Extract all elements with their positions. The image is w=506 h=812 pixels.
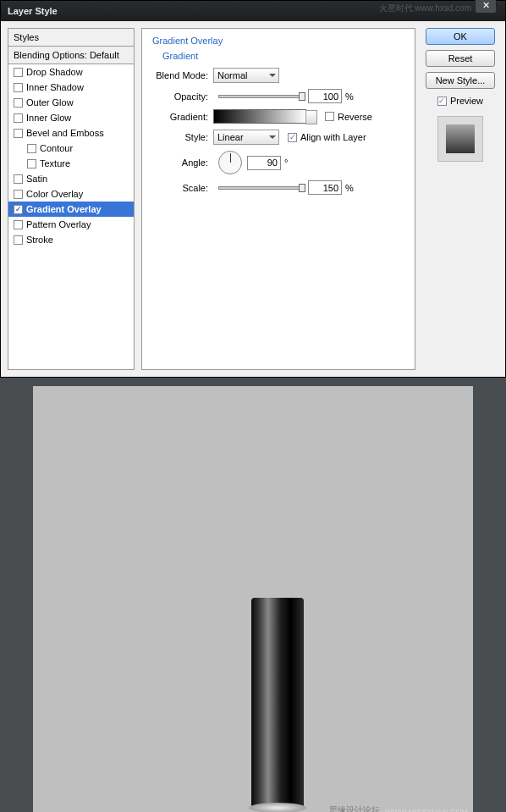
checkbox-icon[interactable] — [14, 235, 23, 245]
opacity-unit: % — [345, 91, 354, 102]
ok-button[interactable]: OK — [426, 28, 495, 45]
styles-panel: Styles Blending Options: Default Drop Sh… — [8, 28, 135, 370]
style-inner-glow[interactable]: Inner Glow — [8, 110, 134, 125]
preview-checkbox[interactable] — [437, 97, 447, 106]
angle-hand-icon — [230, 153, 231, 163]
document-canvas[interactable]: 思缘设计论坛 WWW.MISSYUAN.COM — [33, 386, 473, 812]
preview-toggle[interactable]: Preview — [437, 96, 483, 106]
blend-mode-select[interactable]: Normal — [213, 68, 279, 83]
blend-mode-value: Normal — [217, 70, 247, 80]
style-label: Satin — [26, 174, 47, 184]
style-label: Gradient Overlay — [26, 204, 102, 214]
checkbox-icon[interactable] — [14, 174, 23, 184]
row-style: Style: Linear Align with Layer — [152, 130, 404, 145]
style-gradient-overlay[interactable]: Gradient Overlay — [8, 202, 134, 217]
checkbox-icon[interactable] — [27, 144, 36, 153]
style-bevel-emboss[interactable]: Bevel and Emboss — [8, 125, 134, 141]
row-gradient: Gradient: Reverse — [152, 109, 404, 124]
checkbox-icon[interactable] — [14, 98, 23, 108]
row-angle: Angle: ° — [152, 151, 404, 174]
checkbox-icon[interactable] — [14, 205, 23, 214]
style-drop-shadow[interactable]: Drop Shadow — [8, 64, 134, 80]
checkbox-icon[interactable] — [14, 68, 23, 77]
checkbox-icon[interactable] — [14, 129, 23, 138]
angle-label: Angle: — [152, 157, 213, 168]
window-title: Layer Style — [8, 6, 58, 16]
style-label: Style: — [152, 132, 213, 142]
new-style-button[interactable]: New Style... — [426, 72, 495, 89]
canvas-watermark-cn: 思缘设计论坛 — [329, 804, 380, 812]
align-checkbox[interactable] — [288, 133, 297, 142]
slider-thumb[interactable] — [299, 184, 305, 192]
style-label: Color Overlay — [26, 189, 83, 199]
opacity-label: Opacity: — [152, 91, 213, 102]
style-label: Drop Shadow — [26, 67, 83, 77]
canvas-watermark-url: WWW.MISSYUAN.COM — [385, 808, 468, 812]
cylinder-shape — [251, 598, 304, 806]
close-button[interactable]: ✕ — [475, 0, 497, 14]
row-scale: Scale: % — [152, 180, 404, 195]
style-inner-shadow[interactable]: Inner Shadow — [8, 80, 134, 95]
reverse-checkbox[interactable] — [325, 112, 334, 121]
opacity-slider[interactable] — [218, 95, 303, 98]
scale-label: Scale: — [152, 183, 213, 193]
checkbox-icon[interactable] — [14, 190, 23, 199]
canvas-area: 思缘设计论坛 WWW.MISSYUAN.COM — [0, 378, 506, 812]
style-label: Pattern Overlay — [26, 219, 91, 229]
preview-gradient-icon — [446, 124, 475, 153]
checkbox-icon[interactable] — [14, 83, 23, 92]
scale-input[interactable] — [308, 180, 342, 195]
checkbox-icon[interactable] — [14, 113, 23, 123]
angle-dial[interactable] — [218, 151, 242, 174]
blend-mode-label: Blend Mode: — [152, 70, 213, 80]
preview-label: Preview — [450, 96, 483, 106]
style-value: Linear — [217, 132, 244, 142]
gradient-swatch[interactable] — [213, 109, 306, 124]
style-outer-glow[interactable]: Outer Glow — [8, 95, 134, 110]
reverse-label: Reverse — [338, 112, 372, 122]
scale-slider[interactable] — [218, 186, 303, 190]
titlebar: Layer Style 火星时代 www.hxsd.com ✕ — [1, 1, 505, 21]
angle-unit: ° — [284, 157, 288, 168]
style-pattern-overlay[interactable]: Pattern Overlay — [8, 217, 134, 232]
style-stroke[interactable]: Stroke — [8, 232, 134, 247]
style-label: Inner Shadow — [26, 82, 84, 92]
style-label: Contour — [40, 143, 73, 153]
align-label: Align with Layer — [300, 132, 366, 142]
close-icon: ✕ — [482, 0, 490, 10]
style-select[interactable]: Linear — [213, 130, 279, 145]
checkbox-icon[interactable] — [14, 220, 23, 229]
layer-style-dialog: Layer Style 火星时代 www.hxsd.com ✕ Styles B… — [0, 0, 506, 378]
reset-button[interactable]: Reset — [426, 50, 495, 67]
style-label: Stroke — [26, 235, 53, 245]
style-texture[interactable]: Texture — [8, 156, 134, 171]
style-label: Bevel and Emboss — [26, 128, 104, 138]
subsection-title: Gradient — [162, 51, 404, 61]
gradient-label: Gradient: — [152, 112, 213, 122]
style-label: Texture — [40, 158, 70, 168]
watermark-top: 火星时代 www.hxsd.com — [379, 3, 471, 14]
slider-thumb[interactable] — [299, 92, 305, 101]
style-satin[interactable]: Satin — [8, 171, 134, 186]
angle-input[interactable] — [247, 156, 281, 170]
style-label: Outer Glow — [26, 97, 74, 108]
blending-options-header[interactable]: Blending Options: Default — [8, 47, 134, 64]
preview-swatch — [437, 116, 483, 162]
styles-list: Drop Shadow Inner Shadow Outer Glow Inne… — [8, 64, 134, 369]
style-color-overlay[interactable]: Color Overlay — [8, 186, 134, 202]
style-label: Inner Glow — [26, 113, 71, 123]
style-contour[interactable]: Contour — [8, 141, 134, 156]
section-title: Gradient Overlay — [152, 36, 404, 46]
dialog-body: Styles Blending Options: Default Drop Sh… — [1, 21, 505, 377]
checkbox-icon[interactable] — [27, 159, 36, 168]
styles-header[interactable]: Styles — [8, 29, 134, 47]
row-blend-mode: Blend Mode: Normal — [152, 68, 404, 83]
chevron-down-icon[interactable] — [311, 114, 317, 121]
scale-unit: % — [345, 183, 354, 193]
right-panel: OK Reset New Style... Preview — [422, 28, 498, 370]
opacity-input[interactable] — [308, 89, 342, 103]
options-panel: Gradient Overlay Gradient Blend Mode: No… — [141, 28, 415, 370]
row-opacity: Opacity: % — [152, 89, 404, 103]
